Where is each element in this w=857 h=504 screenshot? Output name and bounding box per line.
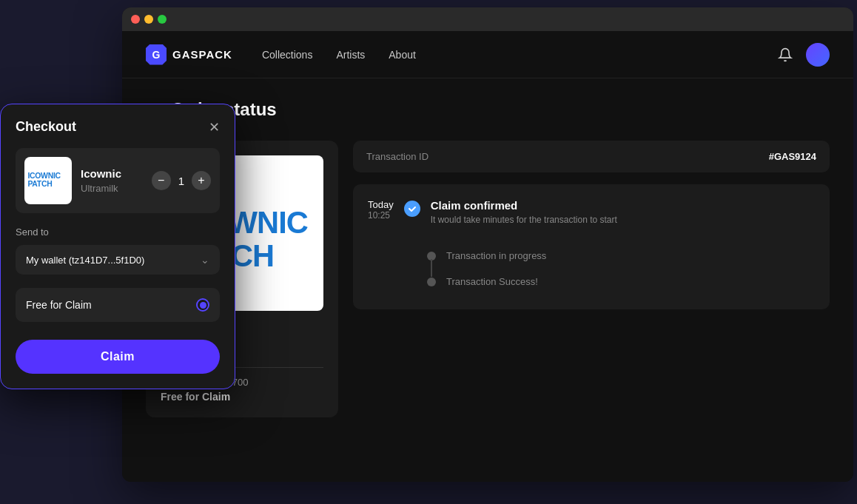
status-main-desc: It would take minutes for the transactio… xyxy=(431,215,815,225)
checkout-quantity: − 1 + xyxy=(152,171,211,190)
claim-button[interactable]: Claim xyxy=(16,340,220,374)
traffic-light-red[interactable] xyxy=(131,15,140,24)
nav-about[interactable]: About xyxy=(389,49,416,61)
status-main-info: Claim confirmed It would take minutes fo… xyxy=(431,199,815,225)
logo-text: GASPACK xyxy=(172,48,232,61)
checkout-item-info: Icownic Ultramilk xyxy=(81,167,143,194)
step-label-1: Transaction in progress xyxy=(446,250,546,261)
status-step-2: Transaction Success! xyxy=(427,269,815,295)
checkout-close-button[interactable]: ✕ xyxy=(209,121,220,134)
order-free-claim: Free for Claim xyxy=(161,391,323,403)
transaction-id-bar: Transaction ID #GAS9124 xyxy=(353,141,830,172)
checkout-item-subtitle: Ultramilk xyxy=(81,183,143,194)
traffic-light-green[interactable] xyxy=(158,15,167,24)
free-claim-option[interactable]: Free for Claim xyxy=(16,288,220,322)
svg-text:ICOWNIC: ICOWNIC xyxy=(27,172,61,180)
send-to-label: Send to xyxy=(16,226,220,238)
bell-icon[interactable] xyxy=(776,46,794,64)
nav-links: Collections Artists About xyxy=(262,49,776,61)
transaction-id-label: Transaction ID xyxy=(366,151,428,162)
nav-collections[interactable]: Collections xyxy=(262,49,312,61)
checkout-item-name: Icownic xyxy=(81,167,143,180)
status-card: Today 10:25 Claim confirmed It would tak… xyxy=(353,184,830,309)
logo-area: G GASPACK xyxy=(146,44,232,65)
nav-artists[interactable]: Artists xyxy=(336,49,365,61)
traffic-light-yellow[interactable] xyxy=(144,15,153,24)
status-today: Today 10:25 xyxy=(368,199,394,221)
quantity-plus-button[interactable]: + xyxy=(192,171,211,190)
checkout-title: Checkout xyxy=(16,119,76,135)
status-main-title: Claim confirmed xyxy=(431,199,815,212)
free-claim-label: Free for Claim xyxy=(26,299,92,311)
wallet-text: My wallet (tz141D7...5f1D0) xyxy=(26,255,144,266)
free-claim-radio[interactable] xyxy=(196,298,209,312)
checkout-item: ICOWNIC PATCH Icownic Ultramilk − 1 + xyxy=(16,148,220,213)
checkout-item-image: ICOWNIC PATCH xyxy=(24,157,72,204)
step-dot-2 xyxy=(427,278,436,286)
status-step-1: Transaction in progress xyxy=(427,243,815,269)
svg-text:PATCH: PATCH xyxy=(27,180,52,188)
transaction-id-value: #GAS9124 xyxy=(769,151,816,162)
page-header: ← Order status xyxy=(146,99,830,120)
checkout-modal: Checkout ✕ ICOWNIC PATCH Icownic Ultrami… xyxy=(0,104,235,389)
transaction-panel: Transaction ID #GAS9124 Today 10:25 xyxy=(353,141,830,417)
order-body: ICOWNIC PATCH Icownic Items: 2 Service F… xyxy=(146,141,830,417)
user-avatar[interactable] xyxy=(806,43,830,67)
status-header: Today 10:25 Claim confirmed It would tak… xyxy=(368,199,815,225)
wallet-selector[interactable]: My wallet (tz141D7...5f1D0) ⌄ xyxy=(16,245,220,275)
quantity-value: 1 xyxy=(178,175,184,187)
status-time: 10:25 xyxy=(368,210,394,221)
logo-icon: G xyxy=(146,44,167,65)
step-label-2: Transaction Success! xyxy=(446,276,538,287)
checkout-header: Checkout ✕ xyxy=(16,119,220,135)
browser-titlebar xyxy=(122,7,853,31)
chevron-down-icon: ⌄ xyxy=(201,254,209,266)
navbar: G GASPACK Collections Artists About xyxy=(122,31,853,78)
quantity-minus-button[interactable]: − xyxy=(152,171,171,190)
status-steps: Transaction in progress Transaction Succ… xyxy=(427,243,815,295)
nav-actions xyxy=(776,43,830,67)
radio-inner xyxy=(200,302,206,309)
status-check-icon xyxy=(404,201,420,217)
status-today-label: Today xyxy=(368,199,394,210)
